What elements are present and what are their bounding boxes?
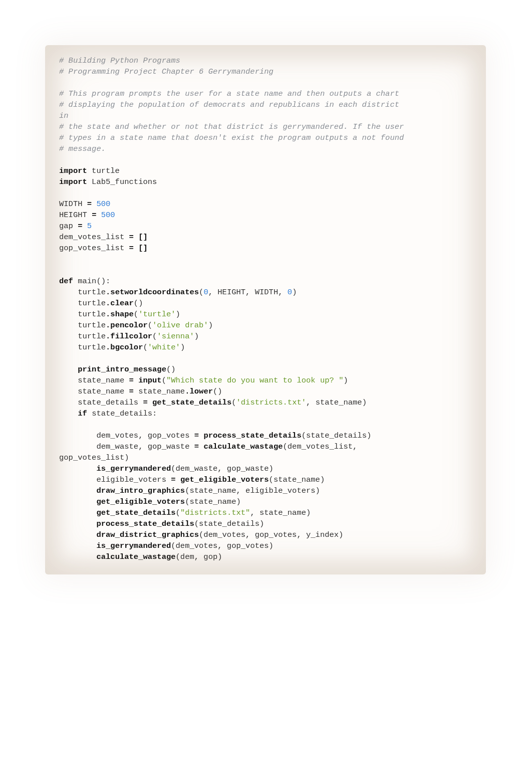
indent <box>59 552 96 561</box>
indent <box>59 508 96 517</box>
keyword: def <box>59 277 73 286</box>
comment-line: # Programming Project Chapter 6 Gerryman… <box>59 67 274 76</box>
code-block: # Building Python Programs # Programming… <box>45 45 486 574</box>
code-text: turtle <box>59 332 106 341</box>
code-text: gap <box>59 222 78 231</box>
code-text: state_name <box>134 387 185 396</box>
code-text: state_name <box>59 376 129 385</box>
code-text: ( <box>143 343 147 352</box>
code-text: (state_name) <box>185 497 241 506</box>
fn-call: is_gerrymandered <box>96 541 171 550</box>
dot: . <box>106 343 110 352</box>
code-text: (state_details) <box>302 431 372 440</box>
code-text: state_details <box>59 398 143 407</box>
fn-call: process_state_details <box>96 519 194 528</box>
code-text: main(): <box>73 277 110 286</box>
string: 'turtle' <box>138 310 175 319</box>
string: 'olive drab' <box>152 321 208 330</box>
fn-call: calculate_wastage <box>203 442 283 451</box>
dot: . <box>106 310 110 319</box>
code-text: () <box>213 387 222 396</box>
code-text: , HEIGHT, WIDTH, <box>208 288 288 297</box>
code-text: dem_votes_list <box>59 233 129 242</box>
code-text: ) <box>180 343 185 352</box>
string: 'districts.txt' <box>236 398 307 407</box>
code-text: ) <box>292 288 297 297</box>
code-text: , state_name) <box>306 398 367 407</box>
code-text: () <box>134 299 143 308</box>
dot: . <box>106 299 110 308</box>
method: clear <box>110 299 134 308</box>
fn-call: get_eligible_voters <box>180 475 269 484</box>
comment-line: in <box>59 111 69 120</box>
code-text: ( <box>134 310 138 319</box>
page: # Building Python Programs # Programming… <box>0 0 532 780</box>
code-text: turtle <box>59 299 106 308</box>
keyword: import <box>59 177 87 186</box>
number: 0 <box>288 288 292 297</box>
keyword: if <box>78 409 87 418</box>
code-text: ) <box>208 321 213 330</box>
comment-line: # message. <box>59 144 106 153</box>
fn-call: get_eligible_voters <box>96 497 185 506</box>
brackets: [] <box>134 233 148 242</box>
method: lower <box>189 387 213 396</box>
code-text: ( <box>176 508 180 517</box>
operator: = <box>194 431 199 440</box>
indent <box>59 486 96 495</box>
comment-line: # Building Python Programs <box>59 56 180 65</box>
string: "districts.txt" <box>180 508 250 517</box>
fn-call: draw_district_graphics <box>96 530 199 539</box>
string: 'sienna' <box>157 332 194 341</box>
code-text: turtle <box>87 166 120 175</box>
fn-call: print_intro_message <box>78 365 166 374</box>
indent <box>59 464 96 473</box>
comment-line: # types in a state name that doesn't exi… <box>59 133 404 142</box>
code-text: gop_votes_list) <box>59 453 129 462</box>
indent <box>59 541 96 550</box>
indent <box>59 497 96 506</box>
code-text: ) <box>176 310 180 319</box>
number: 0 <box>203 288 208 297</box>
fn-call: process_state_details <box>203 431 301 440</box>
operator: = <box>87 200 92 209</box>
number: 500 <box>92 200 110 209</box>
code-text: ( <box>162 376 166 385</box>
fn-call: draw_intro_graphics <box>96 486 185 495</box>
code-text: ( <box>148 321 152 330</box>
code-text: (dem_votes, gop_votes, y_index) <box>199 530 343 539</box>
code-text: turtle <box>59 288 106 297</box>
dot: . <box>106 288 110 297</box>
code-text: (state_details) <box>194 519 264 528</box>
code-text: , state_name) <box>250 508 311 517</box>
code-text: ( <box>152 332 157 341</box>
code-text: dem_waste, gop_waste <box>59 442 194 451</box>
code-text: gop_votes_list <box>59 244 129 253</box>
comment-line: # the state and whether or not that dist… <box>59 122 404 131</box>
code-text: (state_name) <box>269 475 325 484</box>
comment-line: # displaying the population of democrats… <box>59 100 399 109</box>
code-text: (state_name, eligible_voters) <box>185 486 320 495</box>
code-text: ( <box>231 398 236 407</box>
code-text: (dem_votes, gop_votes) <box>171 541 274 550</box>
code-text: () <box>166 365 176 374</box>
string: "Which state do you want to look up? " <box>166 376 343 385</box>
code-text: turtle <box>59 321 106 330</box>
fn-call: calculate_wastage <box>96 552 175 561</box>
fn-call: get_state_details <box>152 398 231 407</box>
code-text: ) <box>343 376 348 385</box>
method: bgcolor <box>110 343 143 352</box>
operator: = <box>129 244 134 253</box>
code-text: ) <box>194 332 199 341</box>
code-text: (dem, gop) <box>176 552 222 561</box>
indent <box>59 365 78 374</box>
code-text: state_name <box>59 387 129 396</box>
builtin: input <box>138 376 162 385</box>
code-text: (dem_votes_list, <box>283 442 358 451</box>
code-text: eligible_voters <box>59 475 171 484</box>
method: shape <box>110 310 134 319</box>
code-text: HEIGHT <box>59 211 92 220</box>
dot: . <box>106 321 110 330</box>
code-text: Lab5_functions <box>87 177 157 186</box>
operator: = <box>171 475 175 484</box>
